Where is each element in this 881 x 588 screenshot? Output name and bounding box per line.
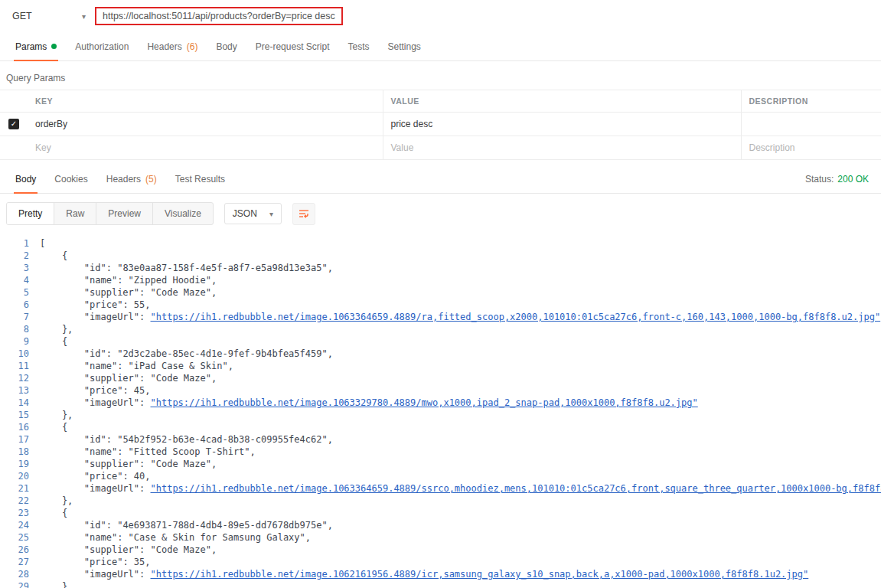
method-label: GET xyxy=(12,11,32,21)
postman-request-view: GET ▾ https://localhost:5011/api/product… xyxy=(0,0,881,588)
tab-params[interactable]: Params xyxy=(6,32,66,60)
params-header-value: VALUE xyxy=(383,90,741,113)
method-dropdown[interactable]: GET ▾ xyxy=(12,11,86,21)
line-number: 23 xyxy=(0,507,29,519)
param-checkbox-cell: ✓ xyxy=(0,113,28,136)
tab-headers[interactable]: Headers(6) xyxy=(138,32,207,60)
tab-headers[interactable]: Headers(5) xyxy=(97,165,166,193)
param-row: ✓orderByprice desc xyxy=(0,113,881,136)
param-value-placeholder[interactable]: Value xyxy=(383,136,741,160)
tab-label: Headers xyxy=(147,41,181,52)
line-number: 29 xyxy=(0,580,29,588)
code-line: } xyxy=(40,580,881,588)
response-status: Status: 200 OK xyxy=(805,165,875,193)
code-line: { xyxy=(40,250,881,262)
tab-pre-request-script[interactable]: Pre-request Script xyxy=(246,32,339,60)
tab-label: Body xyxy=(216,41,237,52)
param-key-placeholder[interactable]: Key xyxy=(28,136,383,160)
code-line: "imageUrl": "https://ih1.redbubble.net/i… xyxy=(40,568,881,580)
view-tab-visualize[interactable]: Visualize xyxy=(153,203,213,224)
params-indicator-dot xyxy=(51,44,57,49)
line-number: 26 xyxy=(0,544,29,556)
line-number: 28 xyxy=(0,568,29,580)
tab-body[interactable]: Body xyxy=(207,32,246,60)
format-label: JSON xyxy=(233,208,257,219)
line-number: 13 xyxy=(0,384,29,397)
view-tab-raw[interactable]: Raw xyxy=(54,203,96,224)
tab-test-results[interactable]: Test Results xyxy=(166,165,234,193)
status-value: 200 OK xyxy=(837,174,869,185)
line-number-gutter: 1234567891011121314151617181920212223242… xyxy=(0,237,29,588)
code-line: "price": 45, xyxy=(40,384,881,397)
response-toolbar: PrettyRawPreviewVisualize JSON ▾ xyxy=(0,194,881,234)
code-line: "id": "83e0aa87-158f-4e5f-a8f7-e5a98d13e… xyxy=(40,262,881,274)
param-description-placeholder[interactable]: Description xyxy=(741,136,881,160)
param-key[interactable]: orderBy xyxy=(28,113,383,136)
tab-tests[interactable]: Tests xyxy=(338,32,378,60)
code-line: }, xyxy=(40,409,881,421)
image-url-link[interactable]: "https://ih1.redbubble.net/image.1063329… xyxy=(151,397,698,408)
code-line: "id": "4e693871-788d-4db4-89e5-dd7678db9… xyxy=(40,519,881,531)
line-number: 19 xyxy=(0,458,29,470)
chevron-down-icon: ▾ xyxy=(269,210,273,218)
status-label: Status: xyxy=(805,174,834,185)
image-url-link[interactable]: "https://ih1.redbubble.net/image.1063364… xyxy=(151,483,881,494)
line-number: 22 xyxy=(0,495,29,507)
tab-label: Headers xyxy=(106,174,141,185)
tab-count: (5) xyxy=(145,174,157,185)
line-number: 25 xyxy=(0,531,29,544)
view-tab-pretty[interactable]: Pretty xyxy=(7,203,54,224)
line-number: 9 xyxy=(0,335,29,348)
line-number: 20 xyxy=(0,470,29,482)
code-line: }, xyxy=(40,323,881,335)
wrap-text-button[interactable] xyxy=(292,203,315,225)
param-checkbox-cell xyxy=(0,136,28,160)
param-description[interactable] xyxy=(741,113,881,136)
line-number: 10 xyxy=(0,348,29,360)
line-number: 24 xyxy=(0,519,29,531)
format-dropdown[interactable]: JSON ▾ xyxy=(224,203,282,224)
tab-label: Body xyxy=(15,174,36,185)
response-tab-items: BodyCookiesHeaders(5)Test Results xyxy=(6,165,234,193)
line-number: 27 xyxy=(0,556,29,568)
image-url-link[interactable]: "https://ih1.redbubble.net/image.1062161… xyxy=(151,569,809,580)
line-number: 16 xyxy=(0,421,29,433)
tab-body[interactable]: Body xyxy=(6,165,45,193)
code-line: "price": 35, xyxy=(40,556,881,568)
line-number: 6 xyxy=(0,299,29,311)
line-number: 14 xyxy=(0,397,29,409)
tab-label: Tests xyxy=(348,41,369,52)
param-value[interactable]: price desc xyxy=(383,113,741,136)
code-line: "supplier": "Code Maze", xyxy=(40,458,881,470)
tab-cookies[interactable]: Cookies xyxy=(45,165,96,193)
tab-label: Test Results xyxy=(175,174,225,185)
code-line: "name": "Zipped Hoodie", xyxy=(40,274,881,286)
line-number: 11 xyxy=(0,360,29,372)
param-checkbox[interactable]: ✓ xyxy=(8,119,19,129)
tab-label: Authorization xyxy=(75,41,129,52)
line-number: 4 xyxy=(0,274,29,286)
line-number: 2 xyxy=(0,250,29,262)
tab-label: Params xyxy=(15,41,47,52)
line-number: 1 xyxy=(0,237,29,250)
line-number: 8 xyxy=(0,323,29,335)
tab-authorization[interactable]: Authorization xyxy=(66,32,138,60)
url-highlight-box: https://localhost:5011/api/products?orde… xyxy=(95,7,343,25)
tab-label: Cookies xyxy=(54,174,87,185)
url-input[interactable]: https://localhost:5011/api/products?orde… xyxy=(103,11,335,21)
tab-settings[interactable]: Settings xyxy=(379,32,430,60)
wrap-text-icon xyxy=(298,207,310,220)
code-line: "imageUrl": "https://ih1.redbubble.net/i… xyxy=(40,482,881,495)
code-line: [ xyxy=(40,237,881,250)
line-number: 7 xyxy=(0,311,29,323)
code-line: "id": "54b2f952-b63e-4cad-8b38-c09955fe4… xyxy=(40,433,881,446)
params-header-description: DESCRIPTION xyxy=(741,90,881,113)
image-url-link[interactable]: "https://ih1.redbubble.net/image.1063364… xyxy=(151,312,881,322)
code-line: { xyxy=(40,335,881,348)
line-number: 5 xyxy=(0,286,29,299)
view-tab-preview[interactable]: Preview xyxy=(96,203,153,224)
line-number: 17 xyxy=(0,433,29,446)
code-line: { xyxy=(40,507,881,519)
params-header-row: KEY VALUE DESCRIPTION xyxy=(0,90,881,113)
code-line: "id": "2d3c2abe-85ec-4d1e-9fef-9b4bfea5f… xyxy=(40,348,881,360)
